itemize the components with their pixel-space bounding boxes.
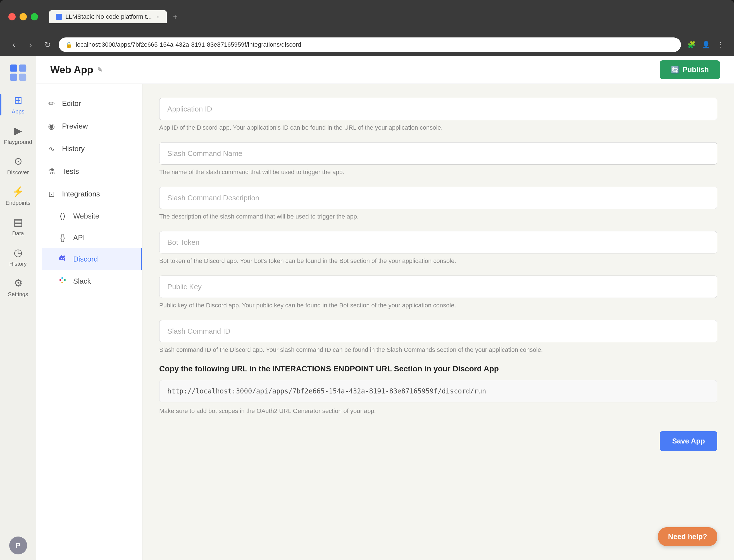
svg-rect-6 bbox=[64, 279, 66, 281]
address-bar[interactable]: 🔒 localhost:3000/apps/7bf2e665-154a-432a… bbox=[59, 37, 681, 52]
endpoints-icon: ⚡ bbox=[12, 186, 24, 198]
endpoints-label: Endpoints bbox=[6, 200, 30, 206]
reload-button[interactable]: ↻ bbox=[42, 39, 53, 50]
new-tab-button[interactable]: + bbox=[170, 11, 181, 22]
sidebar-item-history[interactable]: ◷ History bbox=[0, 242, 36, 272]
form-group-slash-command-id: Slash command ID of the Discord app. You… bbox=[159, 320, 717, 354]
sidebar-item-data[interactable]: ▤ Data bbox=[0, 211, 36, 242]
settings-icon: ⚙ bbox=[14, 277, 23, 289]
bot-token-hint: Bot token of the Discord app. Your bot's… bbox=[159, 256, 717, 265]
sub-items: ⟨⟩ Website {} API bbox=[36, 205, 142, 292]
tests-label: Tests bbox=[62, 167, 79, 176]
browser-controls: ‹ › ↻ 🔒 localhost:3000/apps/7bf2e665-154… bbox=[0, 34, 734, 56]
sub-item-api[interactable]: {} API bbox=[42, 227, 142, 248]
sidebar-item-discover[interactable]: ⊙ Discover bbox=[0, 150, 36, 181]
form-group-bot-token: Bot token of the Discord app. Your bot's… bbox=[159, 231, 717, 265]
discover-label: Discover bbox=[7, 169, 29, 176]
icon-sidebar: ⊞ Apps ▶ Playground ⊙ Discover ⚡ Endpoin… bbox=[0, 56, 36, 560]
discord-icon bbox=[58, 254, 68, 264]
app-area: ⊞ Apps ▶ Playground ⊙ Discover ⚡ Endpoin… bbox=[0, 56, 734, 560]
avatar[interactable]: P bbox=[9, 537, 27, 554]
main-content: Web App ✎ 🔄 Publish ✏ Editor ◉ bbox=[36, 56, 734, 560]
url-section-title: Copy the following URL in the INTERACTIO… bbox=[159, 364, 717, 373]
slash-command-description-input[interactable] bbox=[159, 187, 717, 209]
form-group-public-key: Public key of the Discord app. Your publ… bbox=[159, 276, 717, 310]
publish-icon: 🔄 bbox=[671, 66, 679, 74]
maximize-button[interactable] bbox=[31, 13, 38, 20]
svg-rect-4 bbox=[60, 279, 61, 281]
history-nav-label: History bbox=[62, 144, 85, 153]
back-button[interactable]: ‹ bbox=[8, 39, 20, 50]
slash-command-id-hint: Slash command ID of the Discord app. You… bbox=[159, 345, 717, 354]
public-key-hint: Public key of the Discord app. Your publ… bbox=[159, 301, 717, 310]
svg-rect-3 bbox=[19, 74, 26, 81]
tests-icon: ⚗ bbox=[46, 167, 56, 176]
history-nav-icon: ∿ bbox=[46, 144, 56, 153]
form-group-application-id: App ID of the Discord app. Your applicat… bbox=[159, 98, 717, 132]
menu-item-integrations[interactable]: ⊡ Integrations bbox=[36, 183, 142, 205]
slash-command-description-hint: The description of the slash command tha… bbox=[159, 212, 717, 221]
publish-label: Publish bbox=[683, 65, 709, 74]
extensions-button[interactable]: 🧩 bbox=[686, 40, 697, 50]
api-icon: {} bbox=[58, 233, 68, 242]
browser-actions: 🧩 👤 ⋮ bbox=[686, 40, 726, 50]
tab-favicon bbox=[56, 14, 62, 20]
slash-command-name-input[interactable] bbox=[159, 142, 717, 165]
editor-icon: ✏ bbox=[46, 99, 56, 108]
slash-command-name-hint: The name of the slash command that will … bbox=[159, 167, 717, 177]
sidebar-item-apps[interactable]: ⊞ Apps bbox=[0, 89, 36, 120]
address-text: localhost:3000/apps/7bf2e665-154a-432a-8… bbox=[76, 41, 674, 48]
bot-token-input[interactable] bbox=[159, 231, 717, 253]
sub-item-website[interactable]: ⟨⟩ Website bbox=[42, 205, 142, 227]
need-help-button[interactable]: Need help? bbox=[658, 527, 717, 546]
svg-rect-1 bbox=[19, 65, 26, 72]
inner-layout: ✏ Editor ◉ Preview ∿ History ⚗ Tests bbox=[36, 84, 734, 560]
app-header: Web App ✎ 🔄 Publish bbox=[36, 56, 734, 84]
publish-button[interactable]: 🔄 Publish bbox=[660, 60, 720, 79]
preview-label: Preview bbox=[62, 122, 88, 130]
website-icon: ⟨⟩ bbox=[58, 212, 68, 221]
tab-bar: LLMStack: No-code platform t... × + bbox=[49, 10, 726, 23]
public-key-input[interactable] bbox=[159, 276, 717, 298]
save-button[interactable]: Save App bbox=[660, 431, 717, 451]
discord-label: Discord bbox=[73, 255, 98, 264]
playground-icon: ▶ bbox=[14, 125, 22, 137]
menu-item-history[interactable]: ∿ History bbox=[36, 137, 142, 160]
sub-item-slack[interactable]: Slack bbox=[42, 270, 142, 292]
application-id-input[interactable] bbox=[159, 98, 717, 120]
sidebar-item-endpoints[interactable]: ⚡ Endpoints bbox=[0, 181, 36, 211]
minimize-button[interactable] bbox=[20, 13, 27, 20]
close-button[interactable] bbox=[8, 13, 16, 20]
svg-rect-0 bbox=[10, 65, 17, 72]
form-area: App ID of the Discord app. Your applicat… bbox=[143, 84, 734, 560]
apps-icon: ⊞ bbox=[14, 94, 22, 106]
logo-svg bbox=[8, 63, 28, 82]
menu-item-editor[interactable]: ✏ Editor bbox=[36, 92, 142, 115]
history-label: History bbox=[9, 261, 27, 267]
preview-icon: ◉ bbox=[46, 122, 56, 131]
browser-titlebar: LLMStack: No-code platform t... × + bbox=[0, 0, 734, 34]
integrations-label: Integrations bbox=[62, 190, 100, 198]
menu-button[interactable]: ⋮ bbox=[716, 40, 726, 50]
forward-button[interactable]: › bbox=[25, 39, 36, 50]
menu-item-tests[interactable]: ⚗ Tests bbox=[36, 160, 142, 183]
url-value: http://localhost:3000/api/apps/7bf2e665-… bbox=[159, 380, 717, 402]
api-label: API bbox=[73, 233, 85, 242]
editor-label: Editor bbox=[62, 99, 81, 108]
active-tab[interactable]: LLMStack: No-code platform t... × bbox=[49, 10, 167, 23]
app-title-area: Web App ✎ bbox=[50, 64, 103, 76]
tab-close-button[interactable]: × bbox=[155, 14, 160, 19]
sidebar-item-settings[interactable]: ⚙ Settings bbox=[0, 272, 36, 303]
integrations-icon: ⊡ bbox=[46, 189, 56, 199]
application-id-hint: App ID of the Discord app. Your applicat… bbox=[159, 123, 717, 132]
tab-title: LLMStack: No-code platform t... bbox=[65, 13, 152, 20]
profile-button[interactable]: 👤 bbox=[701, 40, 711, 50]
sidebar-item-playground[interactable]: ▶ Playground bbox=[0, 120, 36, 150]
url-section: Copy the following URL in the INTERACTIO… bbox=[159, 364, 717, 416]
history-icon: ◷ bbox=[14, 247, 22, 258]
menu-item-preview[interactable]: ◉ Preview bbox=[36, 115, 142, 137]
slash-command-id-input[interactable] bbox=[159, 320, 717, 342]
website-label: Website bbox=[73, 212, 99, 220]
sub-item-discord[interactable]: Discord bbox=[42, 248, 142, 270]
edit-title-icon[interactable]: ✎ bbox=[97, 66, 103, 74]
